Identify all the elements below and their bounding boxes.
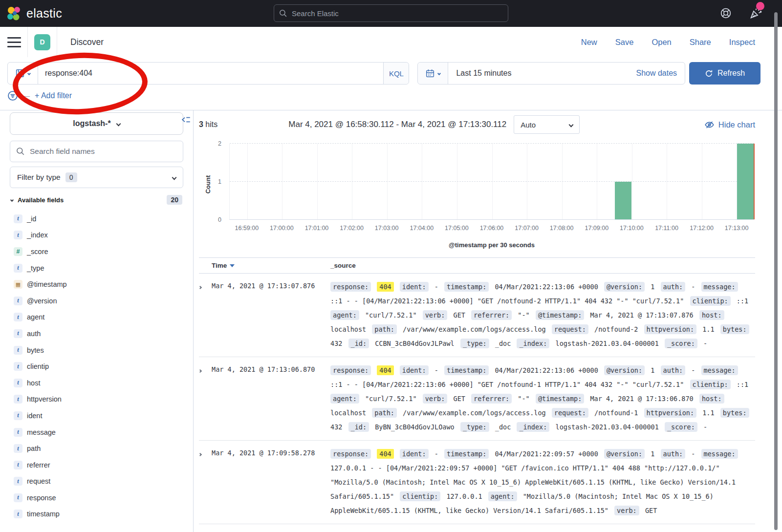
available-fields-header[interactable]: Available fields 20 [10, 195, 183, 205]
field-search-input[interactable] [30, 147, 177, 156]
field-chip: bytes: [720, 408, 749, 418]
text-field-icon: t [14, 362, 22, 371]
global-search[interactable] [274, 4, 508, 22]
elastic-brand[interactable]: elastic [6, 6, 62, 21]
field-item-bytes[interactable]: tbytes [10, 342, 183, 359]
field-item-request[interactable]: trequest [10, 473, 183, 490]
x-tick-label: 17:12:00 [690, 225, 714, 232]
field-chip: host: [699, 310, 724, 320]
field-item--type[interactable]: t_type [10, 260, 183, 277]
field-item--id[interactable]: t_id [10, 211, 183, 227]
date-field-icon: ▦ [14, 280, 22, 289]
field-name: ident [27, 412, 42, 420]
field-value: - [703, 340, 707, 347]
field-chip: response: [330, 449, 371, 459]
field-item-ident[interactable]: tident [10, 407, 183, 424]
field-item-auth[interactable]: tauth [10, 325, 183, 342]
filter-icon[interactable] [7, 90, 18, 101]
field-item-path[interactable]: tpath [10, 440, 183, 457]
open-button[interactable]: Open [652, 38, 671, 47]
x-tick-label: 17:02:00 [340, 225, 364, 232]
refresh-button[interactable]: Refresh [689, 62, 760, 85]
field-item-referrer[interactable]: treferrer [10, 457, 183, 473]
histogram-bar[interactable] [615, 182, 631, 220]
field-value: - [434, 366, 438, 374]
field-item-timestamp[interactable]: ttimestamp [10, 506, 183, 523]
highlighted-value: 404 [377, 282, 393, 292]
field-search[interactable] [10, 141, 183, 162]
x-axis: 16:59:0017:00:0017:01:0017:02:0017:03:00… [229, 225, 754, 233]
time-range-value[interactable]: Last 15 minutes [448, 69, 636, 78]
x-tick-label: 17:01:00 [305, 225, 329, 232]
text-field-icon: t [14, 444, 22, 453]
chevron-down-icon [172, 175, 177, 180]
interval-select[interactable]: Auto [514, 115, 580, 134]
type-filter-count-badge: 0 [65, 172, 77, 182]
field-item-clientip[interactable]: tclientip [10, 358, 183, 375]
field-name: bytes [27, 346, 44, 354]
show-dates-button[interactable]: Show dates [636, 69, 685, 78]
global-search-input[interactable] [292, 9, 503, 18]
menu-icon[interactable] [7, 37, 21, 47]
filter-by-type-select[interactable]: Filter by type 0 [10, 167, 183, 188]
share-button[interactable]: Share [690, 38, 711, 47]
field-item-response[interactable]: tresponse [10, 489, 183, 506]
x-axis-title: @timestamp per 30 seconds [229, 241, 754, 249]
x-tick-label: 17:06:00 [480, 225, 504, 232]
field-chip: request: [552, 324, 588, 334]
index-pattern-select[interactable]: logstash-* [10, 112, 183, 135]
text-field-icon: t [14, 313, 22, 321]
field-chip: ident: [400, 365, 429, 375]
query-language-button[interactable]: KQL [383, 63, 409, 84]
search-icon [16, 147, 25, 156]
field-chip: verb: [614, 506, 639, 515]
add-filter-button[interactable]: + Add filter [35, 91, 72, 100]
help-icon[interactable] [719, 7, 732, 20]
doc-table-row: Mar 4, 2021 @ 17:09:58.278response: 404 … [199, 441, 755, 524]
field-chip: clientip: [400, 491, 440, 501]
field-name: path [27, 445, 41, 452]
save-button[interactable]: Save [615, 38, 634, 47]
inspect-button[interactable]: Inspect [729, 38, 755, 47]
chevron-down-icon [569, 122, 574, 127]
histogram-chart[interactable]: Count 012 16:59:0017:00:0017:01:0017:02:… [199, 139, 755, 255]
field-item--index[interactable]: t_index [10, 227, 183, 244]
date-quick-select-button[interactable] [418, 63, 448, 84]
saved-query-menu-button[interactable] [8, 63, 38, 84]
text-field-icon: t [14, 477, 22, 486]
field-item-agent[interactable]: tagent [10, 309, 183, 326]
time-column-header[interactable]: Time [212, 262, 330, 269]
page-title: Discover [70, 37, 104, 47]
field-item-host[interactable]: thost [10, 375, 183, 391]
field-item--version[interactable]: t@version [10, 293, 183, 309]
field-chip: _id: [348, 339, 369, 348]
collapse-sidebar-icon[interactable] [181, 115, 191, 125]
field-chip: timestamp: [444, 449, 489, 459]
field-chip: timestamp: [444, 282, 489, 292]
vertical-scrollbar[interactable] [774, 12, 778, 530]
field-item-message[interactable]: tmessage [10, 424, 183, 441]
field-name: _index [27, 231, 48, 239]
expand-row-icon[interactable] [199, 363, 212, 434]
field-chip: agent: [488, 491, 517, 501]
discover-app-badge[interactable]: D [34, 34, 50, 50]
results-area: 3 hits Mar 4, 2021 @ 16:58:30.112 - Mar … [194, 110, 782, 532]
histogram-bar[interactable] [737, 144, 754, 219]
text-field-icon: t [14, 493, 22, 502]
chevron-down-icon [437, 71, 441, 75]
field-chip: clientip: [690, 380, 731, 389]
x-gridline [562, 144, 563, 219]
hide-chart-button[interactable]: Hide chart [705, 120, 755, 129]
field-item-httpversion[interactable]: thttpversion [10, 391, 183, 408]
field-item--timestamp[interactable]: ▦@timestamp [10, 276, 183, 293]
highlighted-value: 404 [377, 365, 393, 375]
expand-row-icon[interactable] [199, 280, 212, 351]
field-value: GET [454, 395, 465, 403]
chevron-down-icon [10, 198, 14, 201]
field-item--score[interactable]: #_score [10, 243, 183, 260]
field-value: ::1 [737, 381, 748, 388]
new-button[interactable]: New [581, 38, 597, 47]
expand-row-icon[interactable] [199, 447, 212, 518]
field-value: "curl/7.52.1" [365, 395, 417, 403]
query-input[interactable]: response:404 [38, 69, 383, 78]
